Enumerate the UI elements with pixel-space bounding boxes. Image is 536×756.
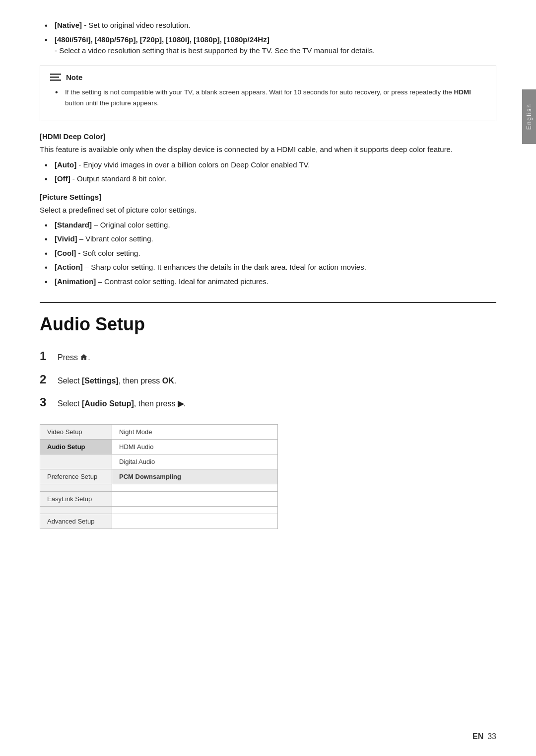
step-num-2: 2: [40, 370, 58, 389]
cool-bold: [Cool]: [55, 249, 76, 257]
note-line-2: [50, 76, 59, 78]
side-tab: English: [522, 89, 536, 144]
home-icon: [80, 352, 88, 360]
table-row: EasyLink Setup: [40, 491, 278, 506]
note-content: If the setting is not compatible with yo…: [65, 88, 471, 107]
note-header: Note: [50, 73, 486, 81]
auto-bold: [Auto]: [55, 160, 76, 169]
right-arrow: ▶: [178, 399, 184, 408]
picture-settings-bullets: [Standard] – Original color setting. [Vi…: [40, 220, 496, 288]
note-icon: [50, 74, 61, 81]
list-item: [Action] – Sharp color setting. It enhan…: [40, 262, 496, 273]
menu-left-preference-setup: Preference Setup: [40, 469, 112, 484]
menu-table: Video Setup Night Mode Audio Setup HDMI …: [40, 424, 278, 529]
menu-left-empty-1: [40, 454, 112, 469]
note-title: Note: [66, 73, 82, 81]
list-item: [Cool] - Soft color setting.: [40, 248, 496, 259]
list-item: [Native] - Set to original video resolut…: [40, 20, 496, 31]
menu-right-empty-5: [112, 514, 278, 529]
menu-right-pcm-downsampling: PCM Downsampling: [112, 469, 278, 484]
vivid-text: – Vibrant color setting.: [77, 234, 153, 243]
menu-right-empty-1: Night Mode: [112, 424, 278, 439]
note-line-3: [50, 79, 61, 81]
menu-left-video-setup: Video Setup: [40, 424, 112, 439]
step-text-2: Select [Settings], then press OK.: [58, 375, 176, 387]
resolution-bold: [480i/576i], [480p/576p], [720p], [1080i…: [55, 35, 269, 44]
note-bullet-list: If the setting is not compatible with yo…: [50, 86, 486, 109]
step-3: 3 Select [Audio Setup], then press ▶.: [40, 393, 496, 412]
footer-en-label: EN: [472, 732, 483, 741]
list-item: [Standard] – Original color setting.: [40, 220, 496, 231]
settings-bold: [Settings]: [82, 377, 119, 385]
note-box: Note If the setting is not compatible wi…: [40, 66, 496, 122]
step-text-1: Press .: [58, 351, 90, 364]
off-bold: [Off]: [55, 174, 70, 183]
note-line-1: [50, 74, 61, 75]
resolution-text: - Select a video resolution setting that…: [55, 46, 375, 55]
audio-setup-title: Audio Setup: [40, 314, 496, 335]
menu-right-hdmi-audio: HDMI Audio: [112, 439, 278, 454]
menu-right-digital-audio: Digital Audio: [112, 454, 278, 469]
menu-right-empty-4: [112, 506, 278, 514]
table-row: Audio Setup HDMI Audio: [40, 439, 278, 454]
action-bold: [Action]: [55, 263, 83, 271]
side-tab-label: English: [526, 103, 533, 130]
menu-left-empty-3: [40, 506, 112, 514]
standard-text: – Original color setting.: [92, 221, 170, 229]
step-2: 2 Select [Settings], then press OK.: [40, 370, 496, 389]
table-row: Advanced Setup: [40, 514, 278, 529]
animation-text: – Contrast color setting. Ideal for anim…: [96, 277, 268, 286]
step-num-1: 1: [40, 347, 58, 366]
step-num-3: 3: [40, 393, 58, 412]
standard-bold: [Standard]: [55, 221, 92, 229]
hdmi-deep-color-heading: [HDMI Deep Color]: [40, 132, 496, 141]
picture-settings-heading: [Picture Settings]: [40, 193, 496, 201]
list-item: [Animation] – Contrast color setting. Id…: [40, 276, 496, 288]
audio-setup-bold: [Audio Setup]: [82, 399, 134, 408]
section-divider: [40, 302, 496, 303]
steps-list: 1 Press . 2 Select [Settings], then pres…: [40, 347, 496, 412]
page-container: English [Native] - Set to original video…: [0, 0, 536, 756]
off-text: - Output standard 8 bit color.: [70, 174, 166, 183]
table-row: [40, 484, 278, 491]
menu-left-advanced-setup: Advanced Setup: [40, 514, 112, 529]
native-text: - Set to original video resolution.: [82, 21, 190, 29]
table-row: Preference Setup PCM Downsampling: [40, 469, 278, 484]
footer-page-num: 33: [487, 732, 496, 741]
list-item: [Auto] - Enjoy vivid images in over a bi…: [40, 159, 496, 171]
hdmi-deep-color-bullets: [Auto] - Enjoy vivid images in over a bi…: [40, 159, 496, 185]
list-item: [Off] - Output standard 8 bit color.: [40, 173, 496, 185]
table-row: Digital Audio: [40, 454, 278, 469]
list-item: If the setting is not compatible with yo…: [50, 86, 486, 109]
table-row: [40, 506, 278, 514]
menu-right-empty-3: [112, 491, 278, 506]
auto-text: - Enjoy vivid images in over a billion c…: [76, 160, 310, 169]
native-bold: [Native]: [55, 21, 82, 29]
list-item: [Vivid] – Vibrant color setting.: [40, 233, 496, 245]
list-item: [480i/576i], [480p/576p], [720p], [1080i…: [40, 34, 496, 57]
cool-text: - Soft color setting.: [76, 249, 140, 257]
step-text-3: Select [Audio Setup], then press ▶.: [58, 397, 186, 410]
table-row: Video Setup Night Mode: [40, 424, 278, 439]
hdmi-deep-color-desc: This feature is available only when the …: [40, 144, 496, 155]
ok-bold: OK: [162, 377, 174, 385]
picture-settings-desc: Select a predefined set of picture color…: [40, 204, 496, 216]
menu-left-empty-2: [40, 484, 112, 491]
top-bullet-list: [Native] - Set to original video resolut…: [40, 20, 496, 57]
action-text: – Sharp color setting. It enhances the d…: [83, 263, 366, 271]
vivid-bold: [Vivid]: [55, 234, 77, 243]
page-footer: EN 33: [472, 732, 496, 741]
menu-right-empty-2: [112, 484, 278, 491]
menu-left-audio-setup: Audio Setup: [40, 439, 112, 454]
animation-bold: [Animation]: [55, 277, 96, 286]
menu-left-easylink-setup: EasyLink Setup: [40, 491, 112, 506]
step-1: 1 Press .: [40, 347, 496, 366]
